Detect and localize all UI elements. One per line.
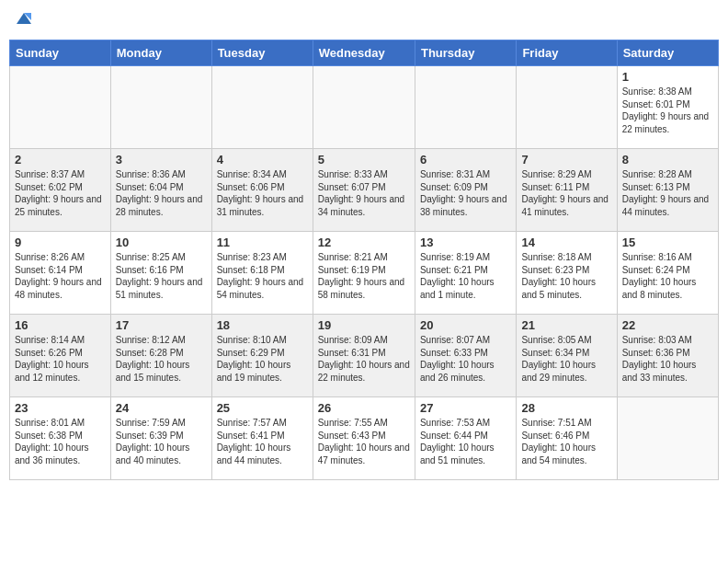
weekday-header-monday: Monday (110, 40, 211, 66)
calendar-day (10, 66, 111, 149)
calendar-day: 24Sunrise: 7:59 AMSunset: 6:39 PMDayligh… (110, 397, 211, 480)
weekday-header-friday: Friday (517, 40, 617, 66)
day-number: 23 (15, 401, 106, 415)
day-number: 13 (420, 236, 511, 249)
day-info: Sunrise: 8:12 AMSunset: 6:28 PMDaylight:… (116, 334, 207, 384)
day-info: Sunrise: 8:26 AMSunset: 6:14 PMDaylight:… (15, 251, 106, 301)
day-info: Sunrise: 8:09 AMSunset: 6:31 PMDaylight:… (318, 334, 410, 384)
page-header (9, 9, 719, 32)
day-number: 14 (521, 236, 611, 249)
calendar-day (211, 66, 313, 149)
calendar-day: 2Sunrise: 8:37 AMSunset: 6:02 PMDaylight… (10, 149, 111, 232)
day-info: Sunrise: 8:31 AMSunset: 6:09 PMDaylight:… (420, 168, 511, 218)
day-number: 7 (521, 153, 611, 167)
calendar-day: 12Sunrise: 8:21 AMSunset: 6:19 PMDayligh… (313, 232, 415, 315)
calendar-day: 6Sunrise: 8:31 AMSunset: 6:09 PMDaylight… (415, 149, 516, 232)
calendar-day: 25Sunrise: 7:57 AMSunset: 6:41 PMDayligh… (211, 397, 313, 480)
logo-icon (15, 9, 33, 28)
day-number: 20 (420, 318, 511, 332)
calendar-day (517, 66, 617, 149)
logo (13, 9, 33, 32)
day-info: Sunrise: 8:28 AMSunset: 6:13 PMDaylight:… (622, 168, 713, 218)
day-number: 6 (420, 153, 511, 167)
calendar-day: 13Sunrise: 8:19 AMSunset: 6:21 PMDayligh… (415, 232, 516, 315)
day-info: Sunrise: 8:10 AMSunset: 6:29 PMDaylight:… (217, 334, 308, 384)
day-info: Sunrise: 8:03 AMSunset: 6:36 PMDaylight:… (622, 334, 713, 384)
weekday-header-saturday: Saturday (617, 40, 718, 66)
calendar-day: 20Sunrise: 8:07 AMSunset: 6:33 PMDayligh… (415, 315, 516, 397)
weekday-header-sunday: Sunday (10, 40, 111, 66)
calendar-day: 22Sunrise: 8:03 AMSunset: 6:36 PMDayligh… (617, 315, 718, 397)
day-info: Sunrise: 8:25 AMSunset: 6:16 PMDaylight:… (116, 251, 207, 301)
day-info: Sunrise: 8:21 AMSunset: 6:19 PMDaylight:… (318, 251, 410, 301)
calendar-week-2: 9Sunrise: 8:26 AMSunset: 6:14 PMDaylight… (10, 232, 719, 315)
day-info: Sunrise: 8:38 AMSunset: 6:01 PMDaylight:… (622, 86, 713, 135)
calendar-day: 18Sunrise: 8:10 AMSunset: 6:29 PMDayligh… (211, 315, 313, 397)
day-number: 12 (318, 236, 410, 249)
calendar-day: 3Sunrise: 8:36 AMSunset: 6:04 PMDaylight… (110, 149, 211, 232)
calendar-day: 4Sunrise: 8:34 AMSunset: 6:06 PMDaylight… (211, 149, 313, 232)
day-number: 11 (217, 236, 308, 249)
day-info: Sunrise: 8:16 AMSunset: 6:24 PMDaylight:… (622, 251, 713, 301)
day-info: Sunrise: 7:51 AMSunset: 6:46 PMDaylight:… (521, 417, 611, 466)
calendar-week-0: 1Sunrise: 8:38 AMSunset: 6:01 PMDaylight… (10, 66, 719, 149)
calendar-day: 16Sunrise: 8:14 AMSunset: 6:26 PMDayligh… (10, 315, 111, 397)
calendar-day: 9Sunrise: 8:26 AMSunset: 6:14 PMDaylight… (10, 232, 111, 315)
calendar-day: 21Sunrise: 8:05 AMSunset: 6:34 PMDayligh… (517, 315, 617, 397)
weekday-header-row: SundayMondayTuesdayWednesdayThursdayFrid… (10, 40, 719, 66)
day-info: Sunrise: 8:14 AMSunset: 6:26 PMDaylight:… (15, 334, 106, 384)
day-number: 1 (622, 70, 713, 84)
day-info: Sunrise: 7:53 AMSunset: 6:44 PMDaylight:… (420, 417, 511, 466)
calendar-day: 15Sunrise: 8:16 AMSunset: 6:24 PMDayligh… (617, 232, 718, 315)
calendar-day: 8Sunrise: 8:28 AMSunset: 6:13 PMDaylight… (617, 149, 718, 232)
day-number: 2 (15, 153, 106, 167)
day-info: Sunrise: 8:36 AMSunset: 6:04 PMDaylight:… (116, 168, 207, 218)
calendar-day: 27Sunrise: 7:53 AMSunset: 6:44 PMDayligh… (415, 397, 516, 480)
day-number: 10 (116, 236, 207, 249)
day-info: Sunrise: 8:23 AMSunset: 6:18 PMDaylight:… (217, 251, 308, 301)
calendar-day: 1Sunrise: 8:38 AMSunset: 6:01 PMDaylight… (617, 66, 718, 149)
calendar-day: 19Sunrise: 8:09 AMSunset: 6:31 PMDayligh… (313, 315, 415, 397)
day-info: Sunrise: 8:19 AMSunset: 6:21 PMDaylight:… (420, 251, 511, 301)
day-info: Sunrise: 8:01 AMSunset: 6:38 PMDaylight:… (15, 417, 106, 466)
day-info: Sunrise: 8:07 AMSunset: 6:33 PMDaylight:… (420, 334, 511, 384)
day-info: Sunrise: 8:18 AMSunset: 6:23 PMDaylight:… (521, 251, 611, 301)
day-number: 21 (521, 318, 611, 332)
weekday-header-wednesday: Wednesday (313, 40, 415, 66)
calendar-week-4: 23Sunrise: 8:01 AMSunset: 6:38 PMDayligh… (10, 397, 719, 480)
calendar-week-1: 2Sunrise: 8:37 AMSunset: 6:02 PMDaylight… (10, 149, 719, 232)
calendar-day: 14Sunrise: 8:18 AMSunset: 6:23 PMDayligh… (517, 232, 617, 315)
day-number: 27 (420, 401, 511, 415)
calendar-day: 5Sunrise: 8:33 AMSunset: 6:07 PMDaylight… (313, 149, 415, 232)
calendar-day: 17Sunrise: 8:12 AMSunset: 6:28 PMDayligh… (110, 315, 211, 397)
calendar-day: 7Sunrise: 8:29 AMSunset: 6:11 PMDaylight… (517, 149, 617, 232)
day-number: 15 (622, 236, 713, 249)
calendar-week-3: 16Sunrise: 8:14 AMSunset: 6:26 PMDayligh… (10, 315, 719, 397)
day-info: Sunrise: 8:29 AMSunset: 6:11 PMDaylight:… (521, 168, 611, 218)
day-number: 18 (217, 318, 308, 332)
day-info: Sunrise: 7:59 AMSunset: 6:39 PMDaylight:… (116, 417, 207, 466)
day-info: Sunrise: 7:57 AMSunset: 6:41 PMDaylight:… (217, 417, 308, 466)
calendar-day: 26Sunrise: 7:55 AMSunset: 6:43 PMDayligh… (313, 397, 415, 480)
weekday-header-thursday: Thursday (415, 40, 516, 66)
weekday-header-tuesday: Tuesday (211, 40, 313, 66)
calendar-day (313, 66, 415, 149)
day-number: 24 (116, 401, 207, 415)
calendar-day: 11Sunrise: 8:23 AMSunset: 6:18 PMDayligh… (211, 232, 313, 315)
calendar-day (110, 66, 211, 149)
day-info: Sunrise: 8:05 AMSunset: 6:34 PMDaylight:… (521, 334, 611, 384)
day-number: 22 (622, 318, 713, 332)
calendar-day (415, 66, 516, 149)
calendar-day (617, 397, 718, 480)
calendar-day: 23Sunrise: 8:01 AMSunset: 6:38 PMDayligh… (10, 397, 111, 480)
day-number: 5 (318, 153, 410, 167)
day-number: 4 (217, 153, 308, 167)
day-number: 9 (15, 236, 106, 249)
calendar-table: SundayMondayTuesdayWednesdayThursdayFrid… (9, 40, 719, 480)
day-number: 16 (15, 318, 106, 332)
day-number: 26 (318, 401, 410, 415)
day-number: 3 (116, 153, 207, 167)
day-info: Sunrise: 8:37 AMSunset: 6:02 PMDaylight:… (15, 168, 106, 218)
day-number: 19 (318, 318, 410, 332)
day-number: 8 (622, 153, 713, 167)
